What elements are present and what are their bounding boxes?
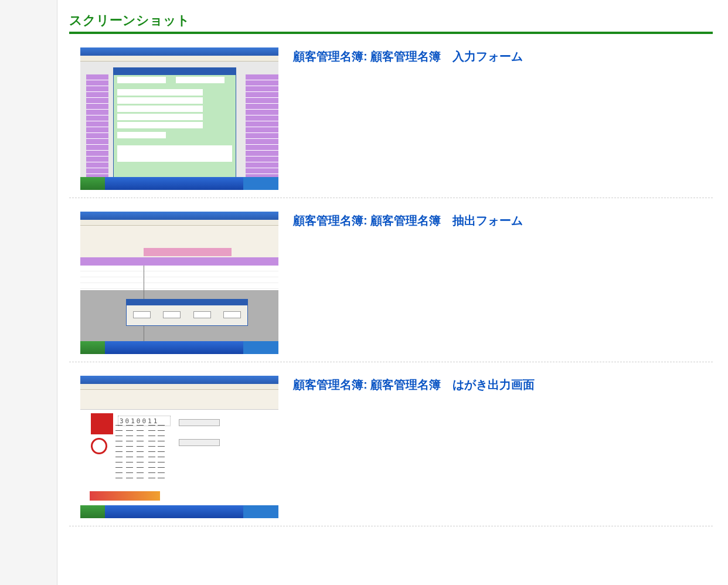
thumb-stamp-graphic bbox=[91, 413, 113, 434]
thumb-right-column bbox=[246, 74, 278, 177]
thumb-vertical-text bbox=[115, 425, 123, 482]
window-titlebar bbox=[80, 376, 278, 384]
thumb-form-field bbox=[117, 77, 166, 83]
thumb-dialog-header bbox=[127, 300, 247, 305]
main-content: スクリーンショット bbox=[69, 12, 713, 539]
left-sidebar bbox=[0, 0, 57, 585]
thumb-dialog-button bbox=[223, 311, 241, 318]
thumb-taskbar bbox=[80, 505, 278, 518]
thumb-seal-graphic bbox=[91, 438, 107, 454]
window-toolbar bbox=[80, 56, 278, 62]
window-toolbar bbox=[80, 384, 278, 390]
thumb-taskbar bbox=[80, 341, 278, 354]
window-toolbar bbox=[80, 220, 278, 226]
thumb-dialog-button bbox=[163, 311, 181, 318]
thumb-dialog-button bbox=[193, 311, 211, 318]
thumb-start-button bbox=[80, 177, 105, 190]
window-titlebar bbox=[80, 212, 278, 220]
thumb-form-field bbox=[117, 132, 166, 138]
thumb-vertical-text bbox=[137, 425, 144, 482]
thumb-vertical-text bbox=[158, 425, 165, 482]
thumb-form-field bbox=[117, 97, 203, 104]
screenshot-title-link-1[interactable]: 顧客管理名簿: 顧客管理名簿 入力フォーム bbox=[293, 47, 523, 64]
screenshot-title-link-2[interactable]: 顧客管理名簿: 顧客管理名簿 抽出フォーム bbox=[293, 211, 523, 229]
thumb-form-field bbox=[176, 77, 224, 83]
screenshot-row: 顧客管理名簿: 顧客管理名簿 抽出フォーム bbox=[69, 211, 713, 362]
thumb-form-field bbox=[117, 114, 203, 120]
thumb-form-textarea bbox=[117, 145, 232, 162]
screenshot-title-link-3[interactable]: 顧客管理名簿: 顧客管理名簿 はがき出力画面 bbox=[293, 375, 535, 393]
screenshot-thumbnail-2[interactable] bbox=[80, 211, 279, 355]
thumb-system-tray bbox=[243, 341, 278, 354]
thumb-side-buttons bbox=[179, 416, 243, 459]
screenshot-thumbnail-3[interactable]: 3010011 bbox=[80, 375, 279, 519]
thumb-system-tray bbox=[243, 177, 278, 190]
thumb-form-dialog bbox=[113, 67, 236, 185]
screenshot-row: 顧客管理名簿: 顧客管理名簿 入力フォーム bbox=[69, 47, 713, 198]
thumb-grid-rows bbox=[80, 266, 278, 290]
thumb-start-button bbox=[80, 341, 105, 354]
thumb-side-button bbox=[179, 439, 220, 446]
thumb-filter-box bbox=[144, 248, 232, 256]
thumb-dialog-buttons bbox=[127, 311, 247, 318]
thumb-bottom-strip bbox=[90, 491, 160, 501]
thumb-dialog bbox=[126, 299, 248, 326]
thumb-body: 3010011 bbox=[80, 390, 278, 505]
thumb-dialog-button bbox=[133, 311, 151, 318]
thumb-form-field bbox=[117, 122, 203, 128]
screenshot-row: 3010011 顧客管理名簿: 顧客管理名簿 はがき出力画面 bbox=[69, 375, 713, 526]
screenshot-thumbnail-1[interactable] bbox=[80, 47, 279, 191]
thumb-left-column bbox=[86, 74, 108, 177]
thumb-start-button bbox=[80, 505, 105, 518]
thumb-vertical-text bbox=[126, 425, 133, 482]
section-heading: スクリーンショット bbox=[69, 12, 713, 32]
thumb-side-button bbox=[179, 419, 220, 426]
thumb-vertical-text bbox=[148, 425, 155, 482]
thumb-form-field bbox=[117, 89, 203, 96]
thumb-grid-header bbox=[80, 257, 278, 266]
thumb-taskbar bbox=[80, 177, 278, 190]
section-underline bbox=[69, 32, 713, 34]
thumb-menubar bbox=[80, 390, 278, 410]
thumb-system-tray bbox=[243, 505, 278, 518]
thumb-body bbox=[80, 226, 278, 341]
thumb-form-header bbox=[114, 68, 236, 75]
thumb-form-field bbox=[117, 106, 203, 112]
window-titlebar bbox=[80, 47, 278, 56]
thumb-body bbox=[80, 62, 278, 177]
